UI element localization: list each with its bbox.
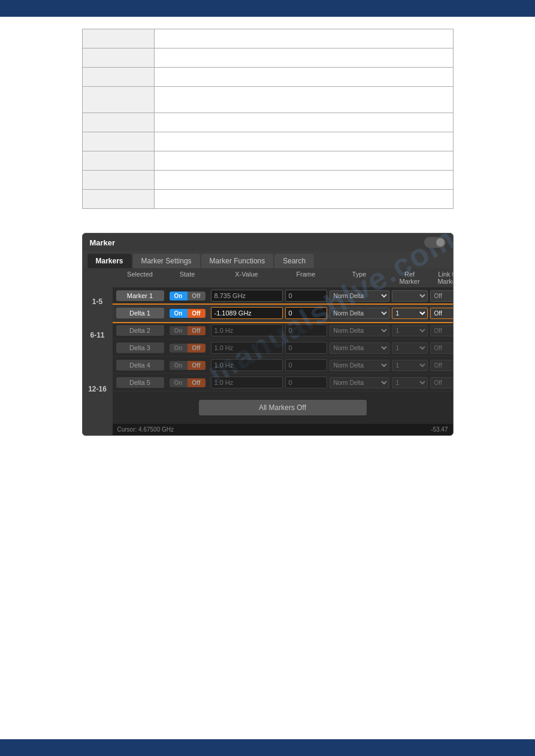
delta3-on-off[interactable]: On Off: [170, 344, 205, 353]
marker1-on-btn[interactable]: On: [170, 292, 188, 300]
delta2-ref-select[interactable]: 1: [392, 325, 428, 336]
tab-marker-settings[interactable]: Marker Settings: [133, 254, 200, 268]
marker-toggle[interactable]: [424, 237, 446, 248]
delta3-ref-select[interactable]: 1: [392, 342, 428, 354]
marker-tabs: Markers Marker Settings Marker Functions…: [83, 251, 453, 268]
delta1-type-select[interactable]: Norm Delta: [330, 308, 389, 319]
marker1-link-select[interactable]: Off: [430, 290, 453, 302]
delta2-type-select[interactable]: Norm Delta: [330, 325, 389, 336]
marker1-type-select[interactable]: Norm Delta: [330, 290, 389, 302]
top-bar: [0, 0, 535, 17]
tab-search[interactable]: Search: [274, 254, 314, 268]
delta1-link-cell: Off: [430, 308, 453, 319]
all-markers-off-row: All Markers Off: [113, 391, 453, 424]
delta4-name-button[interactable]: Delta 4: [116, 360, 164, 371]
delta5-xvalue-input[interactable]: [211, 377, 283, 388]
delta1-xvalue-cell: [211, 307, 283, 319]
delta3-xvalue-input[interactable]: [211, 342, 283, 354]
value-info: -53.47: [431, 426, 448, 433]
table-row: [82, 48, 453, 68]
marker1-name-button[interactable]: Marker 1: [116, 290, 164, 301]
markers-table-header: Selected State X-Value Frame Type RefMar…: [113, 268, 453, 287]
delta1-frame-cell: [285, 307, 327, 319]
delta5-on-off[interactable]: On Off: [170, 378, 205, 387]
table-row: Delta 4 On Off Norm: [113, 357, 453, 374]
delta5-ref-select[interactable]: 1: [392, 377, 428, 388]
marker-section: Marker Markers Marker Settings Marker Fu…: [82, 233, 454, 436]
delta1-frame-input[interactable]: [285, 307, 327, 319]
marker-dialog-title: Marker: [90, 238, 116, 247]
delta1-ref-cell: 1: [392, 308, 428, 319]
row-label-6-11: 6-11: [83, 314, 113, 357]
delta3-on-btn[interactable]: On: [170, 344, 188, 353]
delta1-name-button[interactable]: Delta 1: [116, 308, 164, 318]
delta4-type-select[interactable]: Norm Delta: [330, 360, 389, 371]
tab-markers[interactable]: Markers: [87, 254, 132, 268]
delta4-off-btn[interactable]: Off: [188, 361, 205, 370]
delta1-name-cell: Delta 1: [116, 308, 164, 318]
delta2-off-btn[interactable]: Off: [188, 326, 205, 335]
marker-title-bar: Marker: [83, 233, 453, 251]
delta1-type-cell: Norm Delta: [330, 308, 389, 319]
table-row: Delta 2 On Off Norm: [113, 322, 453, 339]
delta4-link-select[interactable]: Off: [430, 360, 453, 371]
delta5-type-select[interactable]: Norm Delta: [330, 377, 389, 388]
marker1-on-off[interactable]: On Off: [170, 292, 205, 300]
cursor-info: Cursor: 4.67500 GHz: [117, 426, 174, 433]
table-row: [82, 113, 453, 132]
delta1-ref-select[interactable]: 1: [392, 308, 428, 319]
all-markers-off-button[interactable]: All Markers Off: [199, 400, 367, 415]
delta4-ref-select[interactable]: 1: [392, 360, 428, 371]
delta4-on-btn[interactable]: On: [170, 361, 188, 370]
marker1-link-cell: Off: [430, 290, 453, 302]
delta3-name-button[interactable]: Delta 3: [116, 342, 164, 353]
col-header-type: Type: [330, 271, 389, 285]
marker-table-wrap: 1-5 6-11 12-16 Selected State X-Value Fr…: [83, 268, 453, 435]
delta2-xvalue-input[interactable]: [211, 324, 283, 336]
delta1-on-btn[interactable]: On: [170, 309, 188, 318]
table-row: [82, 151, 453, 171]
marker-dialog: Marker Markers Marker Settings Marker Fu…: [82, 233, 454, 436]
table-row: Delta 1 On Off: [113, 305, 453, 322]
col-header-frame: Frame: [285, 271, 327, 285]
delta1-xvalue-input[interactable]: [211, 307, 283, 319]
delta1-on-off[interactable]: On Off: [170, 309, 205, 318]
delta5-off-btn[interactable]: Off: [188, 378, 205, 387]
row-labels: 1-5 6-11 12-16: [83, 268, 113, 435]
marker1-ref-select[interactable]: [392, 290, 428, 302]
row-label-12-16: 12-16: [83, 357, 113, 421]
delta4-on-off[interactable]: On Off: [170, 361, 205, 370]
delta3-type-select[interactable]: Norm Delta: [330, 342, 389, 354]
delta1-off-btn[interactable]: Off: [188, 309, 205, 318]
delta2-frame-input[interactable]: [285, 324, 327, 336]
marker-bottom-info: Cursor: 4.67500 GHz -53.47: [113, 424, 453, 435]
delta1-link-select[interactable]: Off: [430, 308, 453, 319]
table-row: Delta 5 On Off Norm: [113, 374, 453, 391]
delta2-on-btn[interactable]: On: [170, 326, 188, 335]
delta3-link-select[interactable]: Off: [430, 342, 453, 354]
marker1-name-cell: Marker 1: [116, 290, 164, 301]
col-header-link-to-marker: Link toMarker: [430, 271, 453, 285]
delta5-name-button[interactable]: Delta 5: [116, 377, 164, 388]
delta4-frame-input[interactable]: [285, 359, 327, 371]
delta5-frame-input[interactable]: [285, 377, 327, 388]
delta2-link-select[interactable]: Off: [430, 325, 453, 336]
marker1-frame-input[interactable]: [285, 290, 327, 302]
delta3-off-btn[interactable]: Off: [188, 344, 205, 353]
delta5-link-select[interactable]: Off: [430, 377, 453, 388]
marker1-frame-cell: [285, 290, 327, 302]
table-row: [82, 68, 453, 87]
info-table: [82, 29, 454, 209]
bottom-bar: [0, 739, 535, 756]
marker1-off-btn[interactable]: Off: [188, 292, 205, 300]
delta5-on-btn[interactable]: On: [170, 378, 188, 387]
marker1-xvalue-input[interactable]: [211, 290, 283, 302]
table-row: Delta 3 On Off Norm: [113, 339, 453, 357]
col-header-selected: Selected: [116, 271, 164, 285]
delta2-on-off[interactable]: On Off: [170, 326, 205, 335]
delta4-xvalue-input[interactable]: [211, 359, 283, 371]
delta2-name-button[interactable]: Delta 2: [116, 325, 164, 336]
col-header-ref-marker: RefMarker: [392, 271, 428, 285]
tab-marker-functions[interactable]: Marker Functions: [201, 254, 274, 268]
delta3-frame-input[interactable]: [285, 342, 327, 354]
